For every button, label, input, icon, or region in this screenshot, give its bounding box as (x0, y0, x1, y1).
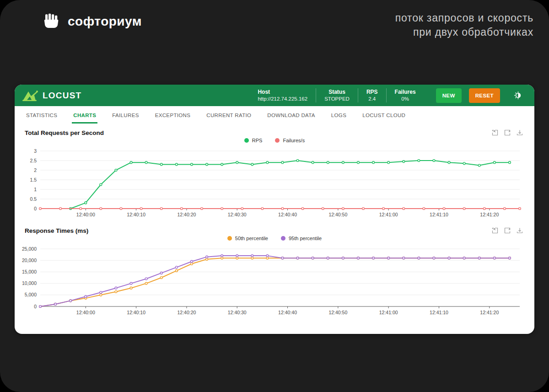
host-stat: Host http://212.74.225.162 (258, 88, 316, 102)
svg-text:12:40:00: 12:40:00 (76, 310, 95, 315)
svg-text:12:41:20: 12:41:20 (480, 212, 499, 217)
svg-text:12:40:00: 12:40:00 (76, 212, 95, 217)
tab-locust-cloud[interactable]: LOCUST CLOUD (361, 107, 407, 124)
host-label: Host (258, 88, 307, 96)
fist-icon (42, 12, 61, 31)
svg-text:10,000: 10,000 (22, 280, 37, 286)
chart-toolbox (491, 227, 523, 234)
download-image-icon[interactable] (516, 129, 523, 136)
legend-item-failures[interactable]: Failures/s (275, 138, 305, 143)
restore-icon[interactable] (504, 227, 511, 234)
rps-legend-dot (244, 138, 249, 143)
rps-chart[interactable]: 00.511.522.5312:40:0012:40:1012:40:2012:… (15, 145, 534, 221)
tagline: поток запросов и скорость при двух обраб… (395, 11, 533, 39)
svg-text:1.5: 1.5 (30, 177, 37, 183)
response-times-chart-legend: 50th percentile 95th percentile (15, 234, 534, 242)
svg-text:12:41:10: 12:41:10 (430, 310, 448, 315)
tab-failures[interactable]: FAILURES (111, 107, 140, 124)
status-label: Status (324, 88, 350, 96)
svg-text:12:40:10: 12:40:10 (127, 212, 145, 217)
legend-item-rps[interactable]: RPS (244, 138, 263, 143)
rps-label: RPS (366, 88, 378, 96)
svg-text:2: 2 (34, 167, 37, 173)
svg-text:3: 3 (34, 148, 37, 154)
tab-bar: STATISTICS CHARTS FAILURES EXCEPTIONS CU… (15, 106, 534, 124)
tab-charts[interactable]: CHARTS (72, 107, 97, 124)
svg-text:15,000: 15,000 (22, 269, 37, 274)
locust-logo[interactable]: LOCUST (22, 90, 81, 102)
tab-statistics[interactable]: STATISTICS (25, 107, 59, 124)
response-times-chart-title: Response Times (ms) (25, 227, 88, 234)
svg-text:12:40:30: 12:40:30 (228, 310, 247, 315)
dark-frame: софториум поток запросов и скорость при … (0, 0, 549, 392)
status-stat: Status STOPPED (316, 88, 358, 102)
legend-item-50th[interactable]: 50th percentile (227, 236, 268, 241)
rps-chart-legend: RPS Failures/s (15, 136, 534, 145)
svg-text:12:40:50: 12:40:50 (328, 212, 347, 217)
status-value: STOPPED (324, 96, 350, 102)
tab-logs[interactable]: LOGS (330, 107, 348, 124)
brand-name: софториум (68, 14, 142, 29)
reset-button[interactable]: RESET (469, 88, 500, 103)
header-stats: Host http://212.74.225.162 Status STOPPE… (258, 88, 424, 102)
tagline-line1: поток запросов и скорость (395, 11, 533, 25)
svg-text:12:40:20: 12:40:20 (177, 310, 196, 315)
svg-text:0: 0 (34, 304, 37, 309)
svg-text:12:40:40: 12:40:40 (278, 310, 297, 315)
download-image-icon[interactable] (516, 227, 523, 234)
svg-text:12:41:20: 12:41:20 (480, 310, 499, 315)
response-times-chart-section: Response Times (ms) 50th percentile 95th… (15, 226, 534, 321)
failures-label: Failures (395, 88, 416, 96)
restore-icon[interactable] (504, 129, 511, 136)
svg-text:25,000: 25,000 (22, 246, 37, 252)
svg-text:12:41:10: 12:41:10 (430, 212, 448, 217)
app-name: LOCUST (43, 91, 81, 101)
app-header: LOCUST Host http://212.74.225.162 Status… (15, 85, 534, 106)
grasshopper-icon (22, 90, 38, 102)
new-test-button[interactable]: NEW (436, 88, 462, 103)
svg-text:5,000: 5,000 (25, 292, 37, 297)
response-times-chart[interactable]: 05,00010,00015,00020,00025,00012:40:0012… (15, 242, 534, 321)
failures-legend-dot (275, 138, 280, 143)
tab-exceptions[interactable]: EXCEPTIONS (154, 107, 192, 124)
svg-text:12:40:40: 12:40:40 (278, 212, 297, 217)
failures-stat: Failures 0% (386, 88, 424, 102)
rps-stat: RPS 2.4 (358, 88, 386, 102)
svg-text:12:40:20: 12:40:20 (177, 212, 196, 217)
host-value: http://212.74.225.162 (258, 96, 307, 102)
svg-text:20,000: 20,000 (22, 258, 37, 263)
rps-chart-title: Total Requests per Second (25, 129, 104, 136)
rps-value: 2.4 (366, 96, 378, 102)
chart-toolbox (491, 129, 523, 136)
data-zoom-icon[interactable] (491, 129, 499, 136)
svg-text:2.5: 2.5 (30, 158, 37, 163)
theme-toggle-button[interactable] (512, 89, 524, 102)
tab-current-ratio[interactable]: CURRENT RATIO (205, 107, 253, 124)
failures-value: 0% (395, 96, 416, 102)
svg-text:12:40:50: 12:40:50 (328, 310, 347, 315)
brand: софториум (42, 12, 142, 31)
rps-chart-section: Total Requests per Second RPS Failures/s… (15, 128, 534, 221)
svg-text:0.5: 0.5 (30, 196, 37, 202)
legend-item-95th[interactable]: 95th percentile (281, 236, 322, 241)
p95-legend-dot (281, 236, 285, 241)
svg-text:12:40:10: 12:40:10 (127, 310, 145, 315)
svg-text:12:41:00: 12:41:00 (379, 310, 398, 315)
svg-text:0: 0 (34, 206, 37, 211)
locust-app-window: LOCUST Host http://212.74.225.162 Status… (15, 85, 534, 334)
svg-text:12:41:00: 12:41:00 (379, 212, 398, 217)
tab-download-data[interactable]: DOWNLOAD DATA (266, 107, 316, 124)
tagline-line2: при двух обработчиках (395, 25, 533, 39)
dark-mode-icon (514, 91, 522, 100)
data-zoom-icon[interactable] (491, 227, 499, 234)
svg-text:1: 1 (34, 187, 37, 192)
p50-legend-dot (227, 236, 232, 241)
svg-text:12:40:30: 12:40:30 (228, 212, 247, 217)
